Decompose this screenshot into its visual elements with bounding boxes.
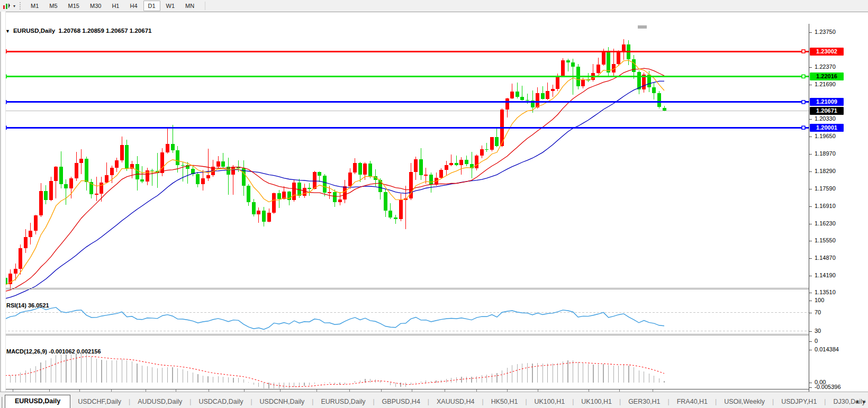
chart-tab-gbpusd-h4[interactable]: GBPUSD,H4 [375,396,428,408]
rsi-panel-canvas[interactable] [4,301,809,346]
line-handle[interactable] [802,50,805,53]
chart-tab-usoil-weekly[interactable]: USOil,Weekly [717,396,772,408]
candle-bull [445,165,448,170]
timeframe-button-h4[interactable]: H4 [125,1,142,11]
main-chart-canvas[interactable] [4,24,809,300]
chart-tab-usdcnh-daily[interactable]: USDCNH,Daily [252,396,312,408]
level-price-badge: 1.23002 [810,48,844,56]
chevron-down-icon[interactable]: ▾ [11,4,17,8]
candle-bull [115,160,119,168]
candle-bull [475,156,478,169]
candle-bull [69,178,73,188]
candle-bull [201,178,205,184]
timeframe-button-d1[interactable]: D1 [143,1,160,11]
price-tick-label: 1.16910 [815,203,836,209]
candle-bear [59,167,63,184]
chart-tab-xauusd-h4[interactable]: XAUUSD,H4 [429,396,482,408]
candle-bear [196,174,200,184]
candle-bear [140,179,144,181]
candle-bull [216,161,220,167]
ma-fast-line [5,60,664,285]
timeframe-button-w1[interactable]: W1 [161,1,180,11]
candle-bull [490,137,494,150]
price-tick-label: 70 [815,309,821,315]
level-price-badge: 1.20001 [810,124,844,132]
panel-separator[interactable] [0,288,868,288]
candle-bull [596,65,600,73]
chart-tab-fra40-h1[interactable]: FRA40,H1 [670,396,715,408]
axis-tick-mark [809,224,812,224]
chart-tool-icon[interactable] [2,2,11,10]
candle-bull [363,164,367,175]
chart-tab-uk100-h1[interactable]: UK100,H1 [574,396,619,408]
timeframe-button-mn[interactable]: MN [180,1,199,11]
tab-scroll-left-icon[interactable]: ◄ [854,398,859,405]
chart-tab-ger30-h1[interactable]: GER30,H1 [621,396,667,408]
macd-panel-canvas[interactable] [4,347,809,389]
candle-bull [536,93,539,107]
candle-bear [176,150,179,165]
timeframe-button-h1[interactable]: H1 [107,1,124,11]
axis-tick-mark [809,293,812,293]
candle-bull [480,149,484,156]
candle-bull [110,168,114,175]
line-handle[interactable] [802,101,805,104]
panel-separator[interactable] [0,334,868,334]
candle-bull [449,163,453,166]
candle-bull [399,200,403,219]
candle-bear [135,164,139,179]
collapse-icon[interactable]: ▼ [5,29,10,34]
chart-shift-marker[interactable] [638,25,647,29]
timeframe-button-m15[interactable]: M15 [64,1,84,11]
candle-bull [303,188,306,196]
axis-tick-mark [809,331,812,332]
line-handle[interactable] [802,75,805,78]
axis-tick-mark [809,171,812,172]
timeframe-button-m1[interactable]: M1 [26,1,43,11]
candle-bear [221,161,225,167]
line-handle[interactable] [802,126,805,129]
chart-ohlc: 1.20768 1.20859 1.20657 1.20671 [59,28,152,34]
toolbar-divider [205,2,205,10]
price-tick-label: 1.21690 [815,81,836,87]
chart-tab-usdjpy-h1[interactable]: USDJPY,H1 [774,396,824,408]
price-tick-label: 1.19650 [815,133,836,139]
price-tick-label: 0.014384 [815,346,839,352]
candle-bear [171,144,175,150]
candle-bull [54,167,58,181]
candle-bull [556,77,559,89]
chart-tab-usdchf-daily[interactable]: USDCHF,Daily [70,396,129,408]
candle-bear [566,60,570,62]
price-tick-label: 1.14870 [815,255,836,261]
toolbar-grip[interactable] [20,2,22,10]
price-tick-label: 1.20330 [815,115,836,122]
timeframe-button-m30[interactable]: M30 [85,1,106,11]
chart-tab-hk50-h1[interactable]: HK50,H1 [484,396,526,408]
candle-bear [516,92,519,97]
axis-tick-mark [809,137,812,137]
chart-tab-audusd-daily[interactable]: AUDUSD,Daily [130,396,189,408]
candle-bull [439,170,443,177]
chart-tab-eurusd-daily[interactable]: EURUSD,Daily [313,396,373,408]
timeframe-toolbar: ▾ M1M5M15M30H1H4D1W1MN [0,0,868,12]
tab-scroll-right-icon[interactable]: ► [862,398,867,405]
price-axis[interactable]: 1.237501.223701.216901.203301.196501.189… [809,24,868,404]
candle-bear [455,163,458,165]
candle-bull [343,186,347,200]
chart-tab-uk100-h1[interactable]: UK100,H1 [527,396,573,408]
candle-bull [414,159,418,172]
tabbar-grip[interactable] [2,397,3,408]
price-tick-label: 1.22370 [815,64,836,70]
candle-bear [368,164,372,176]
candle-bull [328,192,331,193]
axis-tick-mark [809,241,812,241]
timeframe-button-m5[interactable]: M5 [44,1,62,11]
candle-bear [85,159,88,182]
candle-bull [313,172,317,189]
price-tick-label: -0.005396 [815,384,841,390]
candle-bear [652,87,656,93]
chart-tab-usdcad-daily[interactable]: USDCAD,Daily [191,396,250,408]
candle-bear [429,175,433,184]
chart-tab-eurusd-daily[interactable]: EURUSD,Daily [5,395,70,408]
candle-bear [657,93,661,107]
